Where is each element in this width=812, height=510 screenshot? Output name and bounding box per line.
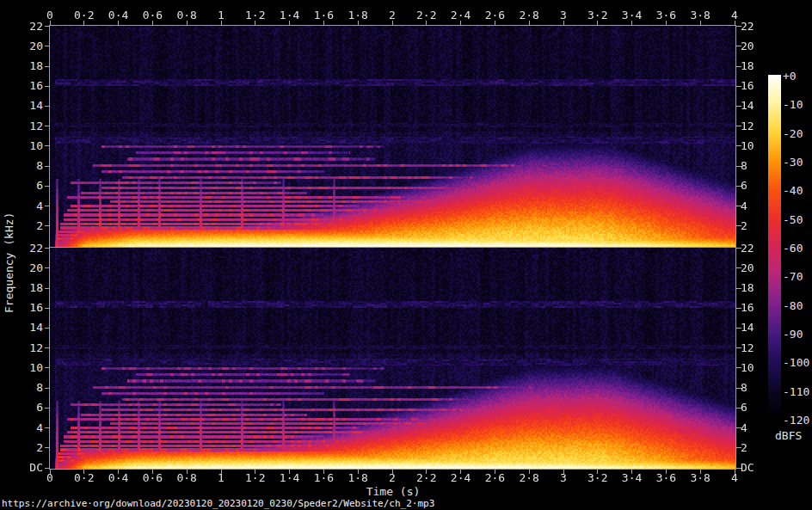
colorbar-tick-label: +0 — [783, 71, 797, 83]
freq-tick-mark — [45, 468, 50, 469]
time-tick-label: 0·4 — [102, 472, 136, 484]
freq-tick-mark — [45, 388, 50, 389]
freq-tick-label: 10 — [741, 362, 754, 374]
freq-tick-label: 18 — [5, 60, 43, 72]
time-tick-label: 1·2 — [238, 472, 273, 484]
freq-tick-mark — [45, 347, 50, 348]
freq-tick-mark — [45, 145, 50, 146]
freq-tick-label: 18 — [741, 282, 754, 294]
time-tick-label: 2 — [375, 9, 409, 22]
time-tick-label: 1·4 — [273, 9, 307, 22]
freq-tick-mark — [45, 427, 50, 428]
time-tick-label: 1·6 — [306, 9, 341, 22]
time-tick-label: 3 — [546, 9, 581, 22]
freq-tick-label: 14 — [741, 322, 754, 334]
freq-tick-label: 12 — [741, 342, 754, 354]
freq-tick-label: 8 — [741, 382, 747, 394]
time-tick-label: 1·4 — [273, 472, 307, 484]
colorbar-tick-label: -100 — [783, 357, 809, 369]
freq-tick-label: DC — [741, 462, 754, 474]
freq-tick-label: 18 — [5, 282, 43, 294]
time-tick-label: 0·6 — [135, 472, 169, 484]
colorbar-unit-label: dBFS — [775, 430, 802, 442]
time-tick-label: 2·4 — [444, 472, 478, 484]
freq-tick-label: 22 — [741, 21, 754, 33]
colorbar-tick-label: -120 — [783, 415, 809, 427]
freq-tick-mark — [45, 308, 50, 309]
colorbar-tick-label: -20 — [783, 128, 803, 140]
time-tick-label: 4 — [717, 472, 752, 484]
time-tick-label: 1 — [204, 9, 238, 22]
freq-tick-label: 4 — [5, 422, 43, 434]
freq-tick-mark — [45, 166, 50, 167]
freq-tick-label: 6 — [741, 180, 747, 192]
freq-tick-mark — [45, 26, 50, 27]
freq-tick-label: 12 — [5, 342, 43, 354]
time-tick-label: 3·2 — [581, 472, 615, 484]
freq-tick-label: 14 — [741, 100, 754, 112]
time-tick-label: 0·8 — [169, 9, 204, 22]
time-tick-label: 2·6 — [477, 9, 512, 22]
time-tick-label: 2 — [375, 472, 409, 484]
freq-tick-label: 14 — [5, 322, 43, 334]
freq-tick-label: 8 — [741, 160, 747, 172]
freq-tick-label: 22 — [5, 243, 43, 255]
time-tick-label: 1·2 — [238, 9, 273, 22]
freq-tick-label: 10 — [5, 140, 43, 152]
time-tick-label: 3·6 — [649, 9, 683, 22]
colorbar-tick-label: -80 — [783, 300, 803, 312]
colorbar-tick-label: -110 — [783, 386, 809, 398]
freq-tick-mark — [45, 328, 50, 329]
time-tick-label: 0 — [33, 472, 67, 484]
freq-tick-mark — [45, 225, 50, 226]
colorbar-tick-label: -50 — [783, 214, 803, 226]
time-tick-label: 0·4 — [102, 9, 136, 22]
freq-tick-mark — [45, 66, 50, 67]
freq-tick-label: 10 — [5, 362, 43, 374]
freq-tick-label: 8 — [5, 382, 43, 394]
freq-tick-label: 22 — [5, 21, 43, 33]
freq-tick-mark — [45, 248, 50, 249]
freq-tick-mark — [45, 126, 50, 126]
freq-tick-label: 10 — [741, 140, 754, 152]
time-tick-label: 2·2 — [409, 472, 444, 484]
freq-tick-mark — [45, 267, 50, 268]
freq-tick-label: 2 — [5, 442, 43, 454]
source-url: https://archive·org/download/20230120_20… — [2, 498, 434, 509]
freq-tick-label: 16 — [5, 80, 43, 92]
time-axis-title: Time (s) — [366, 486, 421, 498]
freq-tick-label: DC — [5, 462, 43, 474]
colorbar-gradient — [768, 75, 781, 420]
freq-tick-label: 2 — [741, 220, 747, 232]
colorbar-tick-label: -70 — [783, 271, 803, 283]
time-tick-label: 3·4 — [615, 9, 649, 22]
time-tick-label: 0·2 — [67, 9, 102, 22]
freq-tick-label: 16 — [5, 302, 43, 314]
freq-tick-label: 14 — [5, 100, 43, 112]
freq-tick-label: 20 — [741, 262, 754, 274]
spectrogram-channel-2 — [50, 248, 735, 469]
time-tick-label: 2·8 — [512, 9, 546, 22]
time-tick-label: 3·8 — [683, 472, 717, 484]
freq-tick-mark — [45, 288, 50, 289]
colorbar-tick-label: -40 — [783, 185, 803, 197]
time-tick-label: 3·4 — [615, 472, 649, 484]
colorbar-tick-label: -30 — [783, 157, 803, 169]
freq-tick-label: 4 — [741, 422, 747, 434]
freq-tick-label: 6 — [5, 402, 43, 414]
colorbar-tick-label: -10 — [783, 99, 803, 111]
freq-tick-label: 2 — [741, 442, 747, 454]
freq-tick-mark — [45, 367, 50, 368]
freq-tick-label: 6 — [741, 402, 747, 414]
spectrogram-image: dBFS Frequency (kHz) Time (s) https://ar… — [0, 0, 812, 510]
freq-tick-label: 20 — [5, 40, 43, 52]
freq-tick-label: 20 — [741, 40, 754, 52]
freq-tick-label: 12 — [741, 120, 754, 132]
freq-tick-label: 4 — [741, 200, 747, 212]
time-tick-label: 1 — [204, 472, 238, 484]
time-tick-label: 2·2 — [409, 9, 444, 22]
freq-tick-mark — [45, 46, 50, 46]
freq-tick-label: 4 — [5, 200, 43, 212]
freq-tick-label: 18 — [741, 60, 754, 72]
time-tick-label: 2·8 — [512, 472, 546, 484]
